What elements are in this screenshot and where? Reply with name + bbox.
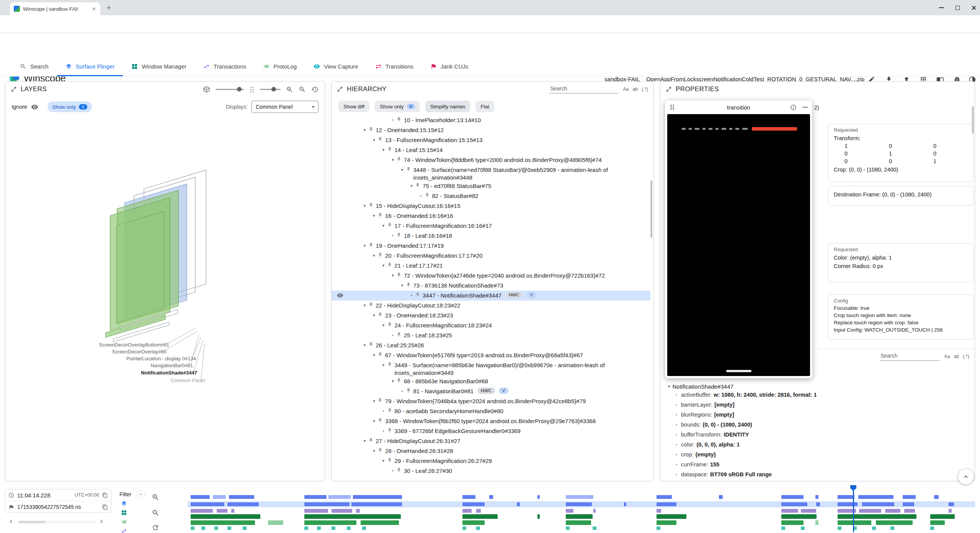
pin-icon[interactable] — [406, 282, 413, 288]
tab-transactions[interactable]: Transactions — [195, 57, 255, 76]
tab-close-icon[interactable] — [91, 7, 96, 11]
hierarchy-node[interactable]: ▾3368 - WindowToken{f6b2f60 type=2024 an… — [332, 416, 650, 426]
trace-segment-jank-cujs[interactable] — [201, 526, 205, 530]
tab-search[interactable]: Search — [11, 57, 57, 76]
expand-chevron-icon[interactable]: ▾ — [371, 397, 377, 404]
expand-chevron-icon[interactable]: ▾ — [371, 352, 377, 358]
node-label[interactable]: 20 - FullscreenMagnification:17:17#20 — [385, 252, 482, 260]
layer-label[interactable]: PointerLocation - display 0#134 — [126, 356, 196, 361]
trace-segment-surfaceflinger[interactable] — [304, 495, 327, 499]
hierarchy-node[interactable]: ▾27 - HideDisplayCutout:26:31#27 — [332, 436, 650, 446]
expand-chevron-icon[interactable]: ▾ — [371, 417, 377, 424]
hierarchy-node[interactable]: •10 - ImePlaceholder:13:14#10 — [332, 115, 650, 125]
hierarchy-node[interactable]: ▾23 - OneHanded:18:23#23 — [332, 311, 650, 320]
scroll-right-icon[interactable] — [98, 518, 105, 525]
node-label[interactable]: 12 - OneHanded:15:15#12 — [376, 126, 444, 134]
trace-segment-transitions[interactable] — [781, 514, 817, 519]
expand-chevron-icon[interactable]: ▾ — [389, 378, 396, 384]
human-time[interactable]: 11:04:14.228 — [17, 492, 50, 499]
tab-protolog[interactable]: ProtoLog — [255, 57, 305, 76]
show-only-visible-toggle[interactable]: Show only V — [47, 101, 92, 112]
trace-segment-protolog[interactable] — [361, 520, 399, 525]
expand-chevron-icon[interactable]: ▾ — [399, 282, 406, 289]
expand-chevron-icon[interactable]: ▾ — [361, 242, 368, 249]
expand-chevron-icon[interactable]: ▾ — [389, 272, 396, 279]
property-row[interactable]: •blurRegions:[empty] — [660, 412, 975, 422]
displays-select[interactable]: Common Panel ▾ — [252, 101, 318, 113]
node-label[interactable]: 3448 - Surface(name=ed70f88 StatusBar)/@… — [413, 166, 641, 181]
trace-segment-jank-cujs[interactable] — [347, 526, 351, 530]
expand-chevron-icon[interactable]: ▾ — [371, 212, 377, 219]
node-label[interactable]: 30 - Leaf:26:27#30 — [404, 467, 452, 475]
trace-segment-transitions[interactable] — [462, 514, 498, 519]
expand-chevron-icon[interactable]: ▾ — [389, 156, 396, 163]
trace-segment-jank-cujs[interactable] — [593, 526, 596, 530]
node-label[interactable]: 3449 - Surface(name=885b63e NavigationBa… — [395, 361, 641, 376]
trace-segment-transactions[interactable] — [332, 509, 352, 513]
pin-icon[interactable] — [368, 202, 376, 208]
trace-segment-transactions[interactable] — [781, 509, 798, 513]
transition-overlay-window[interactable]: transition — [665, 100, 812, 378]
browser-tab[interactable]: Winscope | sandbox-FAIl — [10, 2, 100, 15]
layer-label[interactable]: NavigationBar0#81 — [150, 363, 193, 368]
expand-chevron-icon[interactable]: ▾ — [380, 322, 387, 329]
scroll-left-icon[interactable] — [8, 518, 15, 525]
pin-icon[interactable] — [387, 407, 395, 413]
trace-segment-surfaceflinger[interactable] — [191, 495, 210, 499]
show-in-3d-eye-icon[interactable] — [337, 292, 343, 299]
trace-segment-jank-cujs[interactable] — [476, 526, 480, 530]
hierarchy-node[interactable]: •25 - Leaf:18:23#25 — [332, 330, 650, 340]
pin-icon[interactable] — [396, 232, 404, 238]
property-row[interactable]: •barrierLayer:[empty] — [660, 402, 975, 412]
node-label[interactable]: 23 - OneHanded:18:23#23 — [385, 312, 453, 319]
trace-segment-surfaceflinger[interactable] — [838, 495, 854, 499]
trace-segment-jank-cujs[interactable] — [781, 526, 785, 530]
pin-icon[interactable] — [387, 427, 395, 433]
expand-timeline-button[interactable] — [958, 469, 974, 485]
trace-segment-jank-cujs[interactable] — [890, 526, 894, 530]
trace-segment-surfaceflinger[interactable] — [657, 495, 672, 499]
pin-icon[interactable] — [396, 116, 404, 122]
pin-icon[interactable] — [368, 242, 376, 248]
trace-segment-transactions[interactable] — [462, 509, 472, 513]
pin-icon[interactable] — [377, 447, 385, 453]
trace-segment-jank-cujs[interactable] — [304, 526, 308, 530]
hierarchy-node[interactable]: ▾68 - 885b63e NavigationBar0#68 — [332, 376, 650, 386]
node-label[interactable]: 29 - FullscreenMagnification:26:27#29 — [395, 457, 492, 465]
trace-segment-surfaceflinger[interactable] — [462, 495, 475, 499]
trace-segment-transitions[interactable] — [566, 514, 593, 519]
trace-segment-screen-recording[interactable] — [781, 502, 807, 506]
properties-search-input[interactable]: Search — [880, 352, 939, 361]
hierarchy-node[interactable]: ▾12 - OneHanded:15:15#12 — [332, 125, 650, 135]
hierarchy-search-input[interactable]: Search — [549, 85, 618, 93]
node-label[interactable]: 14 - Leaf:15:15#14 — [395, 146, 443, 154]
trace-segment-jank-cujs[interactable] — [566, 526, 570, 530]
trace-segment-transactions[interactable] — [304, 509, 328, 513]
property-row[interactable]: •color:(0, 0, 0), alpha: 1 — [660, 441, 975, 451]
node-label[interactable]: 18 - Leaf:16:16#18 — [404, 232, 452, 240]
node-label[interactable]: 25 - Leaf:18:23#25 — [404, 332, 452, 339]
pin-icon[interactable] — [387, 262, 395, 268]
trace-segment-transactions[interactable] — [657, 509, 661, 513]
overlay-titlebar[interactable]: transition — [665, 100, 812, 114]
trace-segment-protolog[interactable] — [657, 520, 676, 525]
trace-segment-screen-recording[interactable] — [462, 502, 485, 506]
node-label[interactable]: 75 - ed70f88 StatusBar#75 — [423, 182, 491, 190]
pin-icon[interactable] — [377, 252, 385, 258]
pin-icon[interactable] — [377, 212, 385, 218]
node-label[interactable]: 79 - WindowToken{7046b4a type=2024 andro… — [385, 397, 586, 405]
surfaceflinger-trace-icon[interactable] — [121, 500, 127, 507]
tab-window-manager[interactable]: Window Manager — [123, 57, 195, 76]
pin-icon[interactable] — [377, 352, 385, 357]
trace-segment-screen-recording[interactable] — [624, 502, 626, 506]
node-label[interactable]: 13 - FullscreenMagnification:15:15#13 — [385, 136, 482, 144]
trace-segment-jank-cujs[interactable] — [801, 526, 805, 530]
hierarchy-node[interactable]: ▾17 - FullscreenMagnification:16:16#17 — [332, 221, 650, 231]
hierarchy-node[interactable]: ▾29 - FullscreenMagnification:26:27#29 — [332, 456, 650, 466]
trace-segment-jank-cujs[interactable] — [332, 526, 335, 530]
property-row[interactable]: •bufferTransform:IDENTITY — [660, 432, 975, 441]
trace-segment-protolog[interactable] — [781, 520, 804, 525]
trace-segment-jank-cujs[interactable] — [362, 526, 366, 530]
trace-segment-transitions[interactable] — [304, 514, 401, 519]
panel-expand-icon[interactable] — [11, 86, 17, 92]
